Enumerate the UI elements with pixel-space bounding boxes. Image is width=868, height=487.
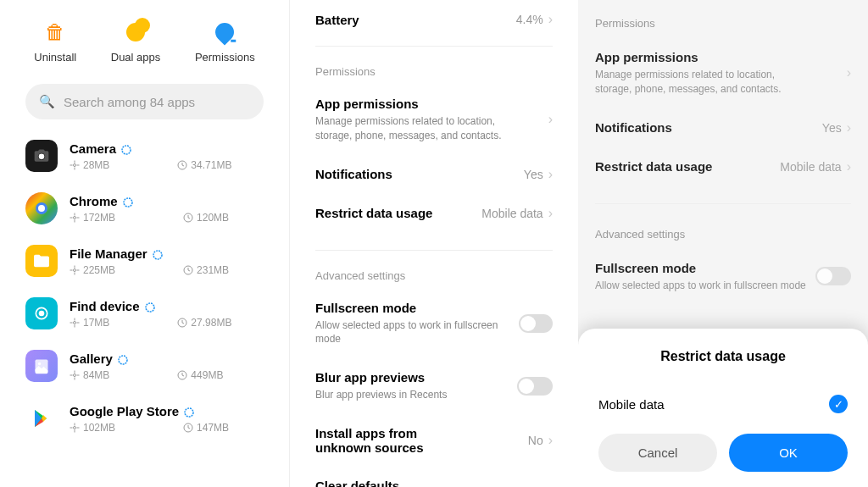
- app-icon-chrome: [25, 192, 58, 224]
- section-permissions: Permissions: [595, 0, 851, 38]
- section-permissions: Permissions: [315, 53, 553, 85]
- trash-icon: 🗑: [43, 20, 67, 44]
- clear-defaults-row[interactable]: Clear defaults: [315, 467, 553, 487]
- app-item-playstore[interactable]: Google Play Store 102MB 147MB: [25, 392, 264, 445]
- battery-value: 4.4%: [516, 13, 543, 26]
- divider: [595, 203, 851, 204]
- notifications-row[interactable]: Notifications Yes›: [315, 155, 553, 194]
- modal-option-label: Mobile data: [598, 397, 665, 412]
- app-permissions-row[interactable]: App permissions Manage permissions relat…: [595, 38, 851, 108]
- app-item-gallery[interactable]: Gallery 84MB 449MB: [25, 340, 264, 392]
- modal-option-mobile-data[interactable]: Mobile data ✓: [598, 385, 848, 434]
- app-icon-playstore: [25, 402, 58, 434]
- fullscreen-desc: Allow selected apps to work in fullscree…: [595, 279, 806, 293]
- svg-point-8: [74, 268, 76, 271]
- app-mem: 102MB: [83, 422, 115, 434]
- app-name: Google Play Store: [70, 404, 179, 418]
- app-icon-camera: [25, 140, 58, 172]
- svg-point-13: [74, 321, 76, 324]
- notifications-value: Yes: [524, 168, 543, 181]
- svg-point-11: [40, 312, 44, 316]
- search-icon: 🔍: [39, 94, 55, 109]
- divider: [315, 46, 553, 47]
- svg-point-20: [185, 408, 193, 417]
- notifications-value: Yes: [822, 121, 842, 135]
- blur-row[interactable]: Blur app previews Blur app previews in R…: [315, 358, 553, 414]
- svg-point-21: [74, 426, 76, 429]
- app-list: Camera 28MB 34.71MB Chrome 172MB 120MB F…: [0, 130, 289, 445]
- app-item-camera[interactable]: Camera 28MB 34.71MB: [25, 130, 264, 182]
- modal-panel: Permissions App permissions Manage permi…: [578, 0, 868, 487]
- notifications-label: Notifications: [595, 120, 672, 135]
- svg-point-17: [119, 356, 127, 364]
- restrict-data-row[interactable]: Restrict data usage Mobile data›: [595, 147, 851, 186]
- install-value: No: [528, 434, 543, 447]
- svg-point-16: [38, 362, 41, 365]
- modal-buttons: Cancel OK: [598, 434, 848, 472]
- app-storage: 34.71MB: [191, 159, 231, 171]
- restrict-label: Restrict data usage: [315, 206, 432, 220]
- modal-title: Restrict data usage: [598, 349, 848, 364]
- app-permissions-desc: Manage permissions related to location, …: [315, 114, 527, 143]
- permissions-action[interactable]: Permissions: [195, 20, 255, 64]
- svg-point-12: [146, 303, 154, 312]
- chevron-right-icon: ›: [548, 167, 553, 182]
- app-icon-filemanager: [25, 245, 58, 277]
- search-input[interactable]: 🔍 Search among 84 apps: [25, 84, 264, 119]
- app-storage: 449MB: [191, 369, 223, 381]
- app-storage: 120MB: [197, 212, 229, 224]
- app-mem: 28MB: [83, 159, 109, 171]
- cancel-button[interactable]: Cancel: [598, 434, 717, 472]
- clear-defaults-label: Clear defaults: [315, 479, 399, 487]
- app-item-filemanager[interactable]: File Manager 225MB 231MB: [25, 235, 264, 287]
- running-badge-icon: [153, 248, 163, 258]
- app-permissions-desc: Manage permissions related to location, …: [595, 68, 807, 97]
- running-badge-icon: [123, 196, 133, 206]
- restrict-value: Mobile data: [481, 207, 542, 220]
- battery-row[interactable]: Battery 4.4%›: [315, 0, 553, 39]
- svg-point-18: [74, 374, 76, 376]
- fullscreen-toggle[interactable]: [519, 314, 553, 333]
- fullscreen-toggle[interactable]: [815, 267, 851, 285]
- app-mem: 172MB: [83, 212, 115, 224]
- dualapps-action[interactable]: Dual apps: [111, 20, 161, 64]
- app-storage: 231MB: [197, 264, 229, 276]
- uninstall-action[interactable]: 🗑 Uninstall: [34, 20, 76, 64]
- install-title: Install apps from unknown sources: [315, 426, 468, 455]
- app-list-panel: 🗑 Uninstall Dual apps Permissions 🔍 Sear…: [0, 0, 289, 487]
- svg-point-0: [39, 154, 45, 160]
- fullscreen-title: Fullscreen mode: [315, 301, 519, 315]
- app-name: Camera: [70, 141, 116, 156]
- app-name: Find device: [70, 299, 140, 313]
- restrict-data-row[interactable]: Restrict data usage Mobile data›: [315, 194, 553, 233]
- uninstall-label: Uninstall: [34, 51, 76, 64]
- dual-icon: [124, 20, 147, 44]
- install-unknown-row[interactable]: Install apps from unknown sources No›: [315, 414, 553, 467]
- running-badge-icon: [145, 301, 155, 311]
- chevron-right-icon: ›: [847, 120, 851, 136]
- dualapps-label: Dual apps: [111, 51, 161, 64]
- chevron-right-icon: ›: [548, 112, 553, 127]
- app-name: Gallery: [70, 351, 113, 366]
- app-item-finddevice[interactable]: Find device 17MB 27.98MB: [25, 287, 264, 340]
- app-mem: 17MB: [83, 317, 109, 329]
- app-storage: 147MB: [197, 422, 229, 434]
- svg-point-4: [124, 198, 132, 207]
- ok-button[interactable]: OK: [729, 434, 848, 472]
- app-name: File Manager: [70, 246, 147, 261]
- notifications-row[interactable]: Notifications Yes›: [595, 108, 851, 147]
- chevron-right-icon: ›: [548, 206, 553, 221]
- fullscreen-title: Fullscreen mode: [595, 261, 806, 275]
- fullscreen-row[interactable]: Fullscreen mode Allow selected apps to w…: [315, 289, 553, 359]
- app-permissions-row[interactable]: App permissions Manage permissions relat…: [315, 85, 553, 155]
- app-item-chrome[interactable]: Chrome 172MB 120MB: [25, 182, 264, 235]
- svg-point-2: [74, 163, 76, 166]
- svg-point-7: [153, 251, 162, 259]
- blur-toggle[interactable]: [517, 377, 553, 396]
- app-icon-finddevice: [25, 297, 58, 329]
- app-mem: 225MB: [83, 264, 115, 276]
- svg-point-1: [122, 146, 131, 154]
- app-permissions-title: App permissions: [595, 50, 807, 64]
- fullscreen-row[interactable]: Fullscreen mode Allow selected apps to w…: [595, 249, 851, 305]
- divider: [315, 250, 553, 251]
